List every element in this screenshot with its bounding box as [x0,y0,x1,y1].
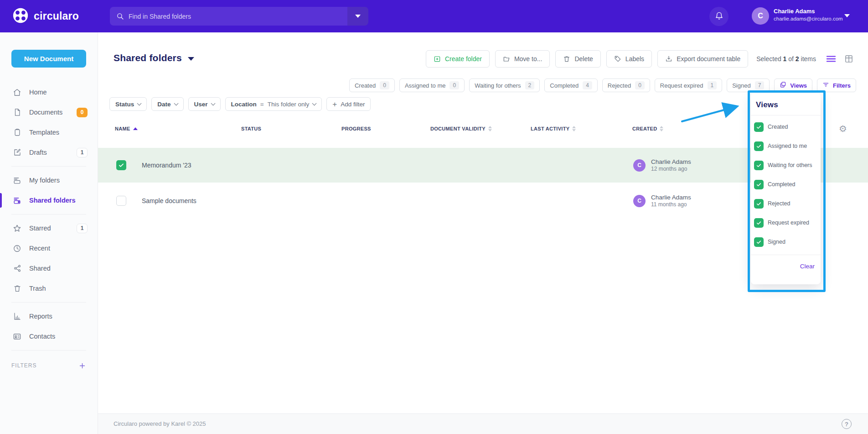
sidebar-item-contacts[interactable]: Contacts [0,326,98,346]
location-filter-dropdown[interactable]: Location = This folder only [225,97,322,111]
user-filter-dropdown[interactable]: User [188,97,221,111]
status-filter-dropdown[interactable]: Status [109,97,147,111]
column-header-document-validity[interactable]: DOCUMENT VALIDITY [430,126,492,131]
column-header-name[interactable]: NAME [115,126,138,131]
views-option-completed[interactable]: Completed [751,175,821,194]
selected-count: 1 [783,55,787,63]
delete-label: Delete [574,55,593,63]
chip-rejected[interactable]: Rejected0 [602,78,650,92]
sidebar-item-starred[interactable]: Starred 1 [0,218,98,238]
create-folder-label: Create folder [445,55,482,63]
filter-lines-icon [822,81,829,89]
brand-logo[interactable]: circularo [12,0,79,32]
checkbox-checked[interactable] [754,141,764,151]
checkbox-checked[interactable] [754,218,764,228]
row-name: Memorandum '23 [142,162,191,169]
chip-count: 0 [380,81,389,89]
app: circularo C Charlie Adams charlie.adams@… [0,0,868,434]
create-folder-button[interactable]: Create folder [426,50,490,68]
sidebar-item-recent[interactable]: Recent [0,238,98,258]
sidebar-item-shared[interactable]: Shared [0,258,98,278]
column-header-last-activity[interactable]: LAST ACTIVITY [531,126,576,131]
grid-view-icon[interactable] [844,54,853,63]
sidebar-item-documents[interactable]: Documents 0 [0,102,98,122]
bar-chart-icon [13,312,21,321]
user-menu-chevron-icon[interactable] [844,14,850,17]
chip-count: 7 [755,81,765,89]
search-input[interactable] [129,13,347,20]
add-filter-button[interactable]: + Add filter [326,97,371,111]
clock-icon [13,244,21,253]
created-time: 12 months ago [651,166,691,173]
column-header-created[interactable]: CREATED [632,126,663,131]
views-option-signed[interactable]: Signed [751,232,821,251]
views-option-assigned-to-me[interactable]: Assigned to me [751,136,821,156]
search-bar [110,7,368,26]
filter-bar: Status Date User Location = This folder … [109,97,371,111]
chevron-down-icon [188,57,194,61]
table-settings-gear-icon[interactable]: ⚙ [839,123,847,134]
checkbox-checked[interactable] [754,122,764,132]
user-menu[interactable]: Charlie Adams charlie.adams@circularo.co… [774,7,843,23]
chip-assigned-to-me[interactable]: Assigned to me0 [399,78,465,92]
sidebar-item-reports[interactable]: Reports [0,306,98,326]
sidebar-item-templates[interactable]: Templates [0,122,98,142]
chip-signed[interactable]: Signed7 [727,78,770,92]
export-table-button[interactable]: Export document table [657,50,748,68]
avatar: C [633,159,646,172]
delete-button[interactable]: Delete [555,50,600,68]
help-icon[interactable]: ? [842,419,852,429]
chip-request-expired[interactable]: Request expired1 [655,78,722,92]
chip-count: 1 [708,81,717,89]
checkbox-checked[interactable] [754,180,764,189]
labels-button[interactable]: Labels [606,50,652,68]
views-option-waiting-for-others[interactable]: Waiting for others [751,156,821,175]
views-option-rejected[interactable]: Rejected [751,194,821,213]
views-icon [780,81,786,89]
notifications-button[interactable] [709,7,728,26]
selected-total: 2 [796,55,799,63]
row-checkbox-unchecked[interactable] [116,196,126,206]
sort-icons [660,126,663,131]
views-clear-row: Clear [751,255,821,277]
chip-count: 0 [635,81,645,89]
sidebar-item-shared-folders[interactable]: Shared folders [0,190,98,210]
page-title-dropdown[interactable]: Shared folders [114,52,194,63]
location-operator: = [260,101,264,108]
views-options-list: Created Assigned to me Waiting for other… [751,115,821,251]
search-icon [116,12,124,20]
chip-waiting-for-others[interactable]: Waiting for others2 [469,78,540,92]
sidebar-divider [11,350,86,350]
row-checkbox-checked[interactable] [116,160,126,170]
user-email: charlie.adams@circularo.com [774,15,843,23]
sidebar-item-drafts[interactable]: Drafts 1 [0,142,98,162]
chip-created[interactable]: Created0 [349,78,395,92]
search-scope-dropdown[interactable] [347,7,368,26]
trash-icon [13,284,21,293]
views-option-created[interactable]: Created [751,117,821,136]
filters-button[interactable]: Filters [817,78,856,92]
sidebar-item-label: Trash [29,285,46,292]
date-filter-dropdown[interactable]: Date [151,97,183,111]
sidebar-item-label: Reports [29,313,52,320]
folder-move-icon [503,55,510,63]
user-avatar[interactable]: C [752,7,769,25]
checkbox-checked[interactable] [754,237,764,247]
views-popup: Views Created Assigned to me Waiting for… [751,93,821,284]
list-view-icon[interactable] [826,55,836,63]
sidebar-item-my-folders[interactable]: My folders [0,170,98,190]
chip-completed[interactable]: Completed4 [544,78,598,92]
clear-link[interactable]: Clear [800,263,815,270]
sort-asc-icon [133,127,138,130]
checkbox-checked[interactable] [754,161,764,170]
views-popup-title: Views [751,93,821,115]
sidebar-item-trash[interactable]: Trash [0,278,98,298]
sidebar-item-home[interactable]: Home [0,82,98,102]
chip-count: 0 [450,81,459,89]
new-document-button[interactable]: New Document [11,50,86,68]
checkbox-checked[interactable] [754,199,764,209]
add-filter-plus-icon[interactable] [78,362,86,370]
views-button[interactable]: Views [774,78,812,92]
views-option-request-expired[interactable]: Request expired [751,213,821,232]
move-to-button[interactable]: Move to... [495,50,550,68]
